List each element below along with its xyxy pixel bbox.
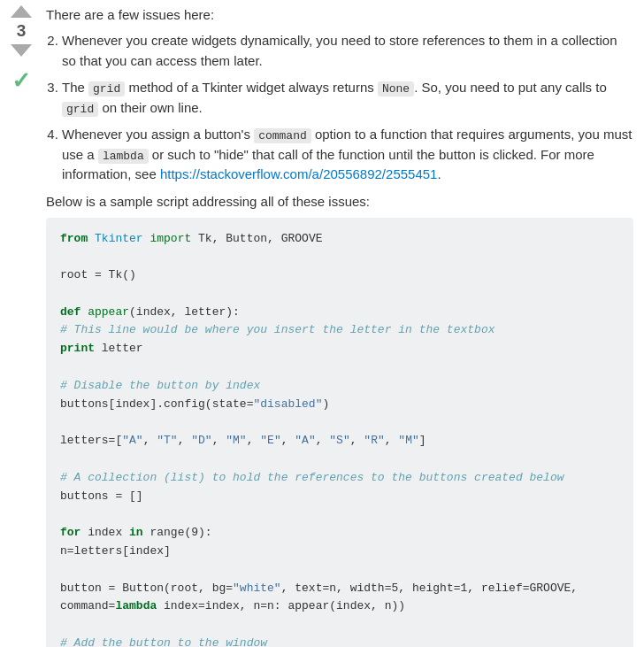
intro-text: There are a few issues here: [46,7,633,22]
vote-up-button[interactable] [11,5,32,18]
code-line-22 [60,616,619,635]
code-line-9: # Disable the button by index [60,377,619,396]
code-line-19 [60,561,619,580]
list-item-4: Whenever you assign a button's command o… [62,125,633,185]
code-line-2 [60,248,619,266]
code-line-6: # This line would be where you insert th… [60,321,619,340]
vote-column: 3 ✓ [0,0,42,647]
answer-content: There are a few issues here: Whenever yo… [42,0,644,647]
answer-container: 3 ✓ There are a few issues here: Wheneve… [0,0,644,647]
code-line-18: n=letters[index] [60,543,619,561]
code-line-17: for index in range(9): [60,524,619,543]
code-line-1: from Tkinter import Tk, Button, GROOVE [60,230,619,249]
vote-count: 3 [17,21,27,41]
below-text: Below is a sample script addressing all … [46,194,633,209]
code-line-8 [60,358,619,377]
code-line-21: command=lambda index=index, n=n: appear(… [60,597,619,616]
code-none: None [378,81,414,96]
code-grid-2: grid [62,102,98,117]
vote-down-button[interactable] [11,44,32,57]
code-line-20: button = Button(root, bg="white", text=n… [60,580,619,598]
stackoverflow-link[interactable]: https://stackoverflow.com/a/20556892/255… [160,166,438,181]
code-line-23: # Add the button to the window [60,635,619,647]
list-item-3: The grid method of a Tkinter widget alwa… [62,78,633,118]
code-grid-1: grid [88,81,125,96]
code-line-7: print letter [60,340,619,358]
code-line-15: buttons = [] [60,488,619,506]
code-line-4 [60,285,619,304]
code-line-16 [60,505,619,524]
code-block-wrapper: from Tkinter import Tk, Button, GROOVE r… [46,218,633,648]
code-line-13 [60,451,619,469]
list-item-2: Whenever you create widgets dynamically,… [62,31,633,71]
issues-list: Whenever you create widgets dynamically,… [62,31,633,185]
code-line-3: root = Tk() [60,266,619,285]
accepted-checkmark: ✓ [12,67,31,95]
code-block: from Tkinter import Tk, Button, GROOVE r… [46,218,633,648]
code-lambda: lambda [98,149,149,164]
code-line-5: def appear(index, letter): [60,304,619,322]
code-line-11 [60,413,619,432]
code-line-10: buttons[index].config(state="disabled") [60,396,619,414]
code-line-12: letters=["A", "T", "D", "M", "E", "A", "… [60,432,619,451]
code-line-14: # A collection (list) to hold the refere… [60,469,619,488]
code-command: command [254,128,311,143]
